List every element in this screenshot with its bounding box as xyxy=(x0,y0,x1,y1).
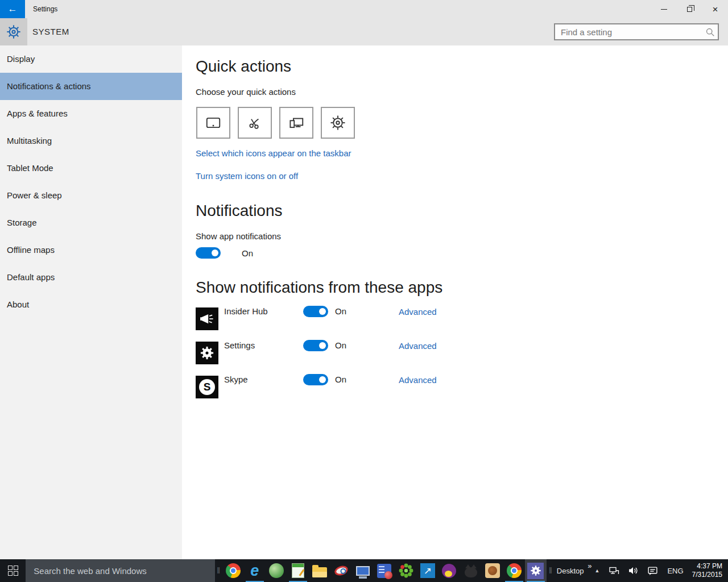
taskbar-remote-pc-button[interactable] xyxy=(352,559,374,582)
quick-action-note[interactable] xyxy=(238,107,272,139)
app-name: Skype xyxy=(224,374,248,385)
desktop-toolbar[interactable]: Desktop » xyxy=(555,567,590,575)
taskbar-media-app-button[interactable] xyxy=(374,559,395,582)
taskbar-settings-button[interactable] xyxy=(525,559,547,582)
taskbar: ‖ e ↗ xyxy=(0,559,728,582)
windows-logo-icon xyxy=(8,566,18,576)
action-center-button[interactable] xyxy=(643,566,662,576)
taskbar-cat-app-button[interactable] xyxy=(460,559,482,582)
back-arrow-icon: ← xyxy=(8,3,18,15)
chevron-double-icon: » xyxy=(588,562,592,570)
speaker-icon xyxy=(628,566,639,575)
sidebar-item-tablet-mode[interactable]: Tablet Mode xyxy=(0,155,182,182)
clock-date: 7/31/2015 xyxy=(692,571,722,579)
quick-action-connect[interactable] xyxy=(279,107,313,139)
close-icon: × xyxy=(713,5,718,14)
sidebar-item-apps-features[interactable]: Apps & features xyxy=(0,100,182,127)
globe-icon xyxy=(269,563,284,578)
taskbar-share-app-button[interactable]: ↗ xyxy=(417,559,439,582)
taskbar-messenger-button[interactable] xyxy=(439,559,460,582)
taskbar-globe-button[interactable] xyxy=(266,559,287,582)
taskbar-search-box xyxy=(26,559,214,582)
sidebar-item-offline-maps[interactable]: Offline maps xyxy=(0,236,182,264)
system-gear-tile xyxy=(0,18,27,45)
app-row-settings: Settings On Advanced xyxy=(196,340,480,365)
skype-s-glyph: S xyxy=(204,381,211,393)
sidebar-item-power-sleep[interactable]: Power & sleep xyxy=(0,182,182,209)
folder-icon xyxy=(312,567,327,577)
sidebar-item-display[interactable]: Display xyxy=(0,45,182,73)
sidebar-item-about[interactable]: About xyxy=(0,291,182,318)
link-turn-system-icons[interactable]: Turn system icons on or off xyxy=(196,171,298,181)
taskbar-app-icons: e ↗ xyxy=(222,559,547,582)
system-tray: ‖ Desktop » ▲ xyxy=(547,559,728,582)
taskbar-art-app-button[interactable] xyxy=(482,559,503,582)
tray-expand-button[interactable]: ▲ xyxy=(590,568,605,573)
find-setting-input[interactable] xyxy=(555,27,702,37)
taskbar-file-explorer-button[interactable] xyxy=(309,559,330,582)
show-app-notifications-toggle[interactable] xyxy=(196,247,221,259)
show-app-notifications-row: On xyxy=(196,247,253,259)
link-select-taskbar-icons[interactable]: Select which icons appear on the taskbar xyxy=(196,148,351,158)
insider-hub-icon xyxy=(196,307,218,330)
insider-hub-toggle[interactable] xyxy=(303,306,328,317)
tray-separator: ‖ xyxy=(547,566,555,575)
icq-flower-icon xyxy=(399,563,413,578)
settings-window: ← Settings × SYSTEM xyxy=(0,0,728,582)
restore-button[interactable] xyxy=(677,0,702,18)
skype-toggle[interactable] xyxy=(303,374,328,385)
messenger-smiley-icon xyxy=(442,564,456,578)
apps-section-title: Show notifications from these apps xyxy=(196,278,442,297)
language-indicator[interactable]: ENG xyxy=(662,567,688,575)
chrome-icon xyxy=(226,563,241,578)
sidebar-item-notifications-actions[interactable]: Notifications & actions xyxy=(0,73,182,100)
taskbar-clock[interactable]: 4:37 PM 7/31/2015 xyxy=(689,562,728,579)
skype-advanced-link[interactable]: Advanced xyxy=(399,375,437,385)
taskbar-notepad-button[interactable] xyxy=(287,559,309,582)
taskbar-icq-button[interactable] xyxy=(395,559,417,582)
gear-icon xyxy=(6,24,22,40)
taskbar-chrome2-button[interactable] xyxy=(503,559,525,582)
settings-toggle[interactable] xyxy=(303,340,328,351)
desktop-label: Desktop xyxy=(557,567,584,575)
toggle-state-label: On xyxy=(335,340,346,351)
quick-action-all-settings[interactable] xyxy=(321,107,355,139)
toggle-state-label: On xyxy=(242,248,253,258)
back-button[interactable]: ← xyxy=(0,0,25,18)
insider-hub-advanced-link[interactable]: Advanced xyxy=(399,307,437,317)
sidebar-item-default-apps[interactable]: Default apps xyxy=(0,264,182,291)
minimize-button[interactable] xyxy=(651,0,677,18)
cat-icon xyxy=(465,567,477,577)
show-app-notifications-label: Show app notifications xyxy=(196,231,281,241)
note-scissors-icon xyxy=(247,115,263,131)
skype-icon: S xyxy=(196,376,218,398)
network-button[interactable] xyxy=(605,566,624,576)
taskbar-chrome-button[interactable] xyxy=(222,559,244,582)
snipping-tool-icon xyxy=(333,564,349,577)
minimize-icon xyxy=(661,9,667,10)
app-header: SYSTEM xyxy=(0,18,728,45)
action-center-icon xyxy=(647,566,658,576)
close-button[interactable]: × xyxy=(702,0,728,18)
app-row-skype: S Skype On Advanced xyxy=(196,374,480,399)
search-icon[interactable] xyxy=(702,27,718,37)
sidebar-item-multitasking[interactable]: Multitasking xyxy=(0,127,182,155)
taskbar-ie-button[interactable]: e xyxy=(244,559,266,582)
sidebar-item-storage[interactable]: Storage xyxy=(0,209,182,236)
app-name: Settings xyxy=(224,340,255,351)
quick-action-tablet-mode[interactable] xyxy=(196,107,230,139)
media-app-icon xyxy=(377,564,391,578)
settings-advanced-link[interactable]: Advanced xyxy=(399,341,437,351)
notifications-title: Notifications xyxy=(196,202,283,220)
gear-icon xyxy=(530,564,542,577)
chrome-icon xyxy=(507,563,522,578)
volume-button[interactable] xyxy=(624,566,643,575)
taskbar-search-input[interactable] xyxy=(26,566,214,576)
sidebar: Display Notifications & actions Apps & f… xyxy=(0,45,182,559)
taskbar-separator: ‖ xyxy=(215,566,222,575)
tablet-mode-icon xyxy=(205,114,222,131)
quick-actions-title: Quick actions xyxy=(196,57,291,76)
taskbar-snipping-tool-button[interactable] xyxy=(330,559,352,582)
start-button[interactable] xyxy=(0,559,26,582)
network-icon xyxy=(609,566,620,576)
